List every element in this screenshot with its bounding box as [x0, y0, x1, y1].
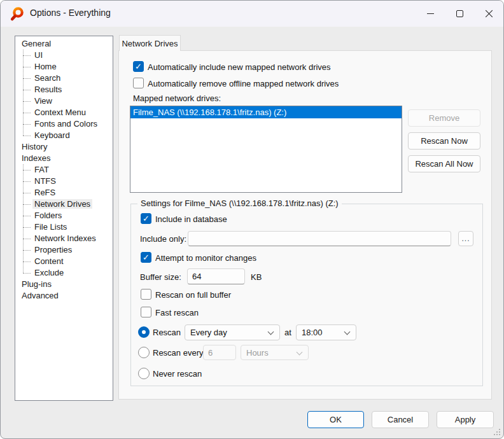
include-only-browse-button[interactable]: ... — [458, 231, 473, 246]
rescan-now-button[interactable]: Rescan Now — [408, 132, 480, 150]
sidebar-item-ntfs[interactable]: NTFS — [15, 176, 113, 187]
rescan-every-input — [203, 345, 236, 360]
cancel-button-label: Cancel — [388, 415, 413, 424]
sidebar-item-label: Search — [32, 73, 62, 83]
auto-remove-label: Automatically remove offline mapped netw… — [148, 79, 339, 88]
sidebar-item-search[interactable]: Search — [15, 73, 113, 84]
sidebar-item-label: Network Indexes — [32, 233, 98, 243]
resize-grip-icon[interactable] — [493, 428, 500, 435]
sidebar-item-file-lists[interactable]: File Lists — [15, 221, 113, 233]
rescan-time-dropdown[interactable]: 18:00 — [296, 324, 356, 340]
include-in-database-label: Include in database — [155, 214, 227, 224]
sidebar-item-ui[interactable]: UI — [15, 50, 113, 61]
sidebar-item-context-menu[interactable]: Context Menu — [15, 107, 113, 118]
sidebar-item-label: Properties — [32, 245, 74, 254]
rescan-all-now-button[interactable]: Rescan All Now — [408, 155, 480, 172]
cancel-button[interactable]: Cancel — [372, 411, 429, 428]
monitor-changes-checkbox[interactable]: ✓ — [141, 252, 151, 263]
sidebar-item-fat[interactable]: FAT — [15, 164, 113, 176]
check-icon: ✓ — [134, 62, 143, 71]
apply-button-label: Apply — [455, 415, 476, 424]
sidebar-item-label: Fonts and Colors — [32, 119, 99, 129]
buffer-size-input[interactable] — [187, 268, 245, 284]
sidebar-item-home[interactable]: Home — [15, 61, 113, 73]
auto-include-checkbox[interactable]: ✓ — [133, 61, 144, 72]
check-icon: ✓ — [141, 253, 151, 262]
options-category-tree: GeneralUIHomeSearchResultsViewContext Me… — [15, 36, 113, 401]
network-drives-page: ✓ Automatically include new mapped netwo… — [118, 50, 492, 400]
fast-rescan-checkbox[interactable] — [141, 307, 151, 317]
browse-button-label: ... — [461, 235, 470, 242]
tab-network-drives[interactable]: Network Drives — [119, 35, 181, 51]
sidebar-item-label: Folders — [32, 211, 64, 220]
sidebar-item-view[interactable]: View — [15, 95, 113, 107]
tab-label: Network Drives — [122, 39, 178, 48]
sidebar-item-fonts-and-colors[interactable]: Fonts and Colors — [15, 118, 113, 130]
sidebar-item-refs[interactable]: ReFS — [15, 187, 113, 199]
rescan-every-label: Rescan every — [153, 348, 203, 358]
tree-children: UIHomeSearchResultsViewContext MenuFonts… — [15, 50, 113, 141]
maximize-button[interactable] — [445, 1, 474, 27]
chevron-down-icon — [297, 349, 303, 356]
title-bar[interactable]: Options - Everything — [1, 1, 503, 27]
sidebar-item-network-indexes[interactable]: Network Indexes — [15, 233, 113, 244]
sidebar-item-exclude[interactable]: Exclude — [15, 267, 113, 279]
mapped-drives-list[interactable]: Filme_NAS (\\192.168.178.1\fritz.nas) (Z… — [130, 106, 402, 193]
sidebar-item-properties[interactable]: Properties — [15, 244, 113, 256]
rescan-every-unit-value: Hours — [246, 348, 269, 358]
rescan-every-unit-dropdown: Hours — [241, 345, 309, 360]
never-rescan-radio[interactable] — [138, 368, 150, 379]
apply-button[interactable]: Apply — [437, 411, 494, 428]
minimize-button[interactable] — [416, 1, 445, 27]
sidebar-item-label: Results — [32, 85, 64, 94]
sidebar-item-content[interactable]: Content — [15, 256, 113, 267]
maximize-icon — [456, 10, 463, 17]
remove-button: Remove — [408, 109, 480, 127]
include-in-database-checkbox[interactable]: ✓ — [141, 213, 151, 224]
drive-settings-group: Settings for Filme_NAS (\\192.168.178.1\… — [130, 204, 483, 386]
auto-include-label: Automatically include new mapped network… — [148, 62, 331, 72]
sidebar-item-results[interactable]: Results — [15, 84, 113, 95]
sidebar-item-label: View — [32, 96, 54, 106]
close-button[interactable] — [474, 1, 503, 27]
rescan-schedule-value: Every day — [190, 328, 227, 337]
drive-list-item[interactable]: Filme_NAS (\\192.168.178.1\fritz.nas) (Z… — [130, 106, 402, 118]
monitor-changes-label: Attempt to monitor changes — [155, 253, 256, 263]
sidebar-item-label: NTFS — [32, 176, 58, 186]
drive-settings-group-title: Settings for Filme_NAS (\\192.168.178.1\… — [137, 199, 342, 208]
everything-search-icon — [10, 6, 25, 22]
options-dialog: Options - Everything GeneralUIHomeSearch… — [0, 0, 504, 439]
sidebar-item-label: Network Drives — [32, 199, 92, 209]
ok-button[interactable]: OK — [307, 411, 364, 428]
sidebar-item-label: Advanced — [20, 291, 60, 300]
sidebar-item-label: File Lists — [32, 222, 69, 232]
tree-children: FATNTFSReFSNetwork DrivesFoldersFile Lis… — [15, 164, 113, 279]
sidebar-item-label: Home — [32, 62, 59, 71]
ok-button-label: OK — [330, 415, 342, 424]
sidebar-item-label: Context Menu — [32, 108, 88, 117]
rescan-full-buffer-label: Rescan on full buffer — [155, 290, 231, 300]
rescan-every-radio[interactable] — [138, 347, 150, 358]
rescan-schedule-dropdown[interactable]: Every day — [185, 324, 280, 340]
buffer-size-label: Buffer size: — [140, 272, 181, 282]
sidebar-item-general[interactable]: General — [15, 38, 113, 50]
include-only-label: Include only: — [140, 234, 186, 244]
rescan-all-now-button-label: Rescan All Now — [415, 159, 473, 169]
sidebar-item-history[interactable]: History — [15, 141, 113, 153]
sidebar-item-label: History — [20, 142, 49, 151]
rescan-schedule-radio[interactable] — [138, 326, 150, 338]
sidebar-item-folders[interactable]: Folders — [15, 210, 113, 221]
include-only-input[interactable] — [188, 231, 451, 246]
sidebar-item-plug-ins[interactable]: Plug-ins — [15, 279, 113, 290]
rescan-full-buffer-checkbox[interactable] — [141, 289, 151, 300]
rescan-now-button-label: Rescan Now — [421, 136, 468, 146]
mapped-drives-label: Mapped network drives: — [133, 94, 221, 103]
sidebar-item-keyboard[interactable]: Keyboard — [15, 130, 113, 141]
auto-remove-checkbox[interactable] — [133, 78, 144, 88]
sidebar-item-network-drives[interactable]: Network Drives — [15, 199, 113, 210]
sidebar-item-indexes[interactable]: Indexes — [15, 153, 113, 164]
chevron-down-icon — [344, 329, 351, 335]
buffer-size-unit-label: KB — [251, 272, 262, 282]
sidebar-item-label: UI — [32, 50, 45, 60]
sidebar-item-advanced[interactable]: Advanced — [15, 290, 113, 302]
